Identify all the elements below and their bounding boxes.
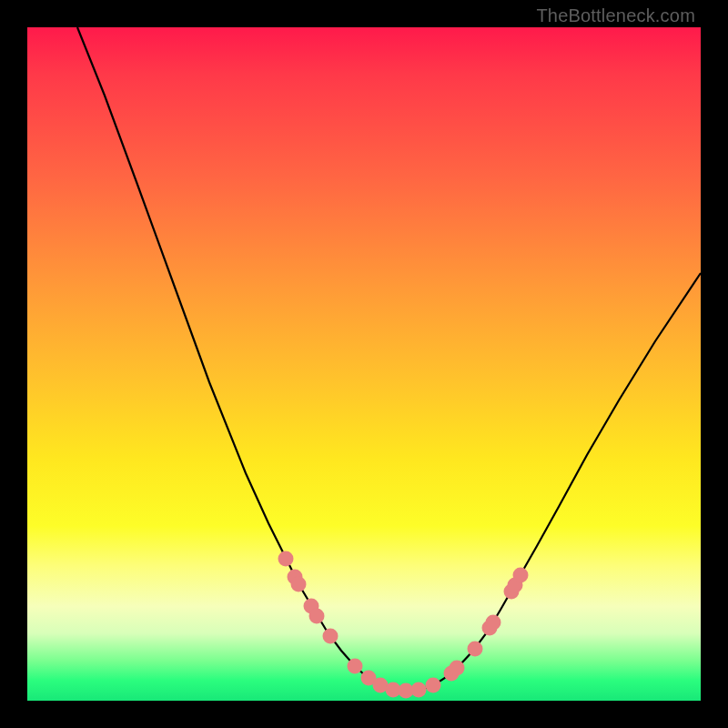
curve-marker: [309, 609, 325, 624]
curve-marker: [486, 615, 501, 631]
curve-marker: [513, 568, 529, 583]
curve-marker: [450, 661, 465, 676]
chart-frame: TheBottleneck.com: [0, 0, 728, 728]
plot-area: [27, 27, 701, 701]
watermark-text: TheBottleneck.com: [536, 5, 695, 26]
curve-svg: [27, 27, 701, 701]
curve-marker: [278, 551, 294, 567]
bottleneck-curve: [77, 27, 701, 691]
curve-marker: [411, 682, 427, 698]
curve-marker: [348, 659, 363, 674]
curve-markers: [278, 551, 529, 699]
curve-marker: [291, 577, 307, 592]
curve-marker: [426, 678, 441, 693]
curve-marker: [468, 642, 483, 657]
curve-marker: [323, 629, 339, 644]
